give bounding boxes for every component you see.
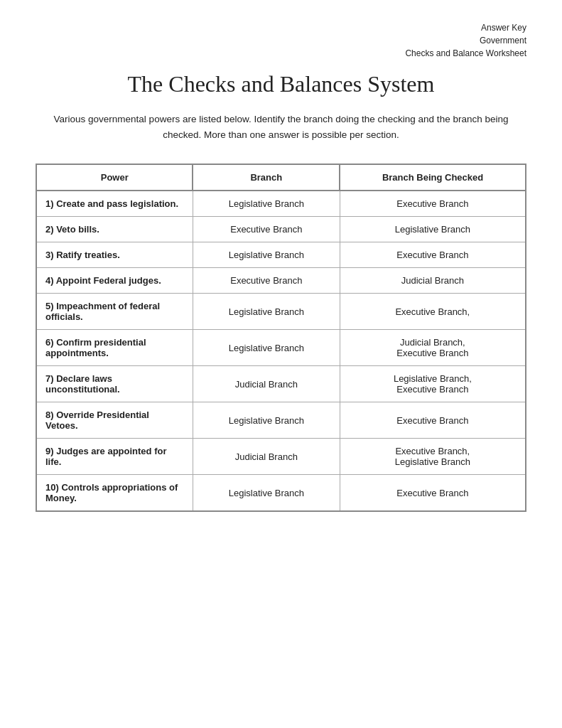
cell-branch-checked: Legislative Branch,Executive Branch <box>340 366 526 402</box>
cell-power: 9) Judges are appointed for life. <box>36 439 193 475</box>
header-branch: Branch <box>193 164 340 191</box>
cell-branch-checked: Executive Branch,Legislative Branch <box>340 439 526 475</box>
answer-key-line1: Answer Key <box>405 21 526 34</box>
cell-power: 4) Appoint Federal judges. <box>36 268 193 294</box>
cell-branch-checked: Executive Branch <box>340 402 526 439</box>
checks-balances-table: Power Branch Branch Being Checked 1) Cre… <box>36 164 526 512</box>
header-power: Power <box>36 164 193 191</box>
answer-key-line2: Government <box>405 34 526 47</box>
cell-power: 6) Confirm presidential appointments. <box>36 330 193 366</box>
cell-power: 5) Impeachment of federal officials. <box>36 294 193 330</box>
table-row: 2) Veto bills.Executive BranchLegislativ… <box>36 217 526 242</box>
table-row: 1) Create and pass legislation.Legislati… <box>36 191 526 217</box>
cell-branch-checked: Legislative Branch <box>340 217 526 242</box>
cell-power: 7) Declare laws unconstitutional. <box>36 366 193 402</box>
cell-branch: Judicial Branch <box>193 439 340 475</box>
answer-key-line3: Checks and Balance Worksheet <box>405 47 526 60</box>
cell-branch-checked: Executive Branch <box>340 475 526 512</box>
table-row: 5) Impeachment of federal officials.Legi… <box>36 294 526 330</box>
table-row: 6) Confirm presidential appointments.Leg… <box>36 330 526 366</box>
cell-power: 2) Veto bills. <box>36 217 193 242</box>
cell-branch: Executive Branch <box>193 268 340 294</box>
header-branch-checked: Branch Being Checked <box>340 164 526 191</box>
cell-branch: Legislative Branch <box>193 294 340 330</box>
table-row: 8) Override Presidential Vetoes.Legislat… <box>36 402 526 439</box>
cell-branch: Executive Branch <box>193 217 340 242</box>
table-row: 3) Ratify treaties.Legislative BranchExe… <box>36 242 526 268</box>
cell-branch-checked: Executive Branch, <box>340 294 526 330</box>
answer-key-block: Answer Key Government Checks and Balance… <box>405 21 526 60</box>
cell-branch: Legislative Branch <box>193 475 340 512</box>
cell-branch: Judicial Branch <box>193 366 340 402</box>
subtitle-text: Various governmental powers are listed b… <box>36 112 526 142</box>
cell-branch-checked: Judicial Branch,Executive Branch <box>340 330 526 366</box>
table-header-row: Power Branch Branch Being Checked <box>36 164 526 191</box>
page-title: The Checks and Balances System <box>36 71 526 97</box>
cell-power: 8) Override Presidential Vetoes. <box>36 402 193 439</box>
cell-branch: Legislative Branch <box>193 242 340 268</box>
cell-branch-checked: Executive Branch <box>340 242 526 268</box>
table-row: 7) Declare laws unconstitutional.Judicia… <box>36 366 526 402</box>
cell-power: 10) Controls appropriations of Money. <box>36 475 193 512</box>
table-row: 9) Judges are appointed for life.Judicia… <box>36 439 526 475</box>
page: Answer Key Government Checks and Balance… <box>0 0 562 728</box>
cell-branch: Legislative Branch <box>193 402 340 439</box>
table-row: 10) Controls appropriations of Money.Leg… <box>36 475 526 512</box>
cell-branch-checked: Executive Branch <box>340 191 526 217</box>
cell-branch-checked: Judicial Branch <box>340 268 526 294</box>
cell-power: 1) Create and pass legislation. <box>36 191 193 217</box>
cell-branch: Legislative Branch <box>193 330 340 366</box>
table-row: 4) Appoint Federal judges.Executive Bran… <box>36 268 526 294</box>
cell-branch: Legislative Branch <box>193 191 340 217</box>
cell-power: 3) Ratify treaties. <box>36 242 193 268</box>
